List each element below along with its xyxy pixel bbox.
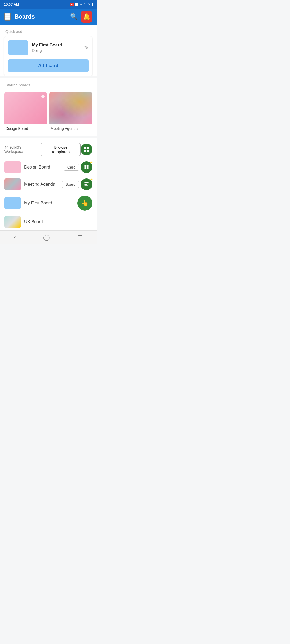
header-left: ☰ Boards	[4, 13, 35, 21]
board-list-right-myfirst: 👆	[77, 196, 92, 211]
starred-board-name-design: Design Board	[4, 124, 47, 132]
nav-home-button[interactable]: ◯	[39, 233, 54, 242]
bluetooth-icon: ✦	[80, 3, 82, 6]
board-list-name-myfirst: My First Board	[24, 201, 74, 206]
board-list-item-myfirst[interactable]: My First Board 👆	[0, 193, 97, 213]
board-icon	[84, 147, 89, 152]
svg-rect-10	[85, 185, 88, 186]
board-list-name-design: Design Board	[24, 165, 61, 170]
board-list-thumb-design	[4, 161, 21, 173]
starred-board-design[interactable]: Design Board	[4, 92, 47, 132]
section-divider-1	[0, 76, 97, 78]
nav-menu-button[interactable]: ☰	[73, 233, 87, 242]
board-list-item-design[interactable]: Design Board Card ★	[0, 159, 97, 176]
svg-rect-6	[85, 167, 86, 169]
battery-icon: ▮	[91, 3, 93, 6]
tag-board: Board	[62, 181, 79, 188]
notifications-button[interactable]: 🔔	[81, 11, 92, 23]
svg-rect-2	[84, 150, 86, 152]
quick-add-section: Quick add My First Board Doing ✎ Add car…	[0, 25, 97, 76]
quick-add-board-thumb	[8, 40, 28, 55]
quick-add-board-info: My First Board Doing	[32, 43, 80, 53]
edit-icon[interactable]: ✎	[84, 45, 89, 51]
section-divider-2	[0, 136, 97, 138]
bottom-nav: ‹ ◯ ☰	[0, 230, 97, 244]
board-list-thumb-meeting	[4, 178, 21, 190]
status-icons: ▶ ▮▮ ✦ ☾ ∿ ▮	[70, 3, 93, 6]
thumb-dot	[41, 95, 45, 98]
quick-add-list-name: Doing	[32, 48, 80, 53]
starred-boards-grid: Design Board Meeting Agenda	[0, 90, 97, 136]
status-bar: 10:07 AM ▶ ▮▮ ✦ ☾ ∿ ▮	[0, 0, 97, 9]
svg-rect-1	[87, 147, 89, 149]
wifi-icon: ∿	[88, 3, 90, 6]
quick-add-card: My First Board Doing ✎ Add card	[4, 36, 92, 76]
moon-icon: ☾	[84, 3, 86, 6]
svg-rect-8	[85, 182, 89, 183]
star-badge-meeting: ★	[90, 178, 93, 182]
quick-add-board-row: My First Board Doing ✎	[8, 40, 89, 55]
board-list-item-ux[interactable]: UX Board	[0, 213, 97, 230]
workspace-board-icon-button[interactable]	[81, 144, 92, 155]
tag-card: Card	[64, 164, 79, 171]
app-header: ☰ Boards 🔍 🔔	[0, 9, 97, 25]
board-list-name-ux: UX Board	[24, 219, 89, 224]
starred-board-meeting[interactable]: Meeting Agenda	[49, 92, 92, 132]
page-title: Boards	[15, 13, 35, 20]
status-time: 10:07 AM	[4, 2, 19, 6]
board-list-right-design: Card ★	[64, 161, 92, 173]
quick-add-label: Quick add	[0, 25, 97, 36]
menu-button[interactable]: ☰	[4, 13, 11, 21]
starred-boards-section: Starred boards Design Board Meeting Agen…	[0, 78, 97, 136]
svg-rect-4	[85, 165, 86, 167]
header-right: 🔍 🔔	[69, 11, 92, 23]
svg-rect-7	[87, 167, 89, 169]
svg-rect-3	[87, 150, 89, 152]
search-button[interactable]: 🔍	[69, 12, 78, 21]
svg-rect-0	[84, 147, 86, 149]
starred-board-thumb-meeting	[49, 92, 92, 124]
main-content: Quick add My First Board Doing ✎ Add car…	[0, 25, 97, 230]
board-view-icon-meeting	[84, 182, 89, 187]
quick-add-board-name: My First Board	[32, 43, 80, 47]
board-list-item-meeting[interactable]: Meeting Agenda Board ★	[0, 176, 97, 193]
screen-icon: ▮▮	[75, 3, 78, 6]
workspace-header: 44f9dbf6's Workspace Browse templates	[0, 139, 97, 159]
board-action-btn-design[interactable]: ★	[81, 161, 92, 173]
add-card-button[interactable]: Add card	[8, 59, 89, 72]
board-action-btn-meeting[interactable]: ★	[81, 178, 92, 190]
board-list-name-meeting: Meeting Agenda	[24, 182, 59, 187]
rec-icon: ▶	[70, 3, 74, 6]
starred-board-name-meeting: Meeting Agenda	[49, 124, 92, 132]
starred-board-thumb-design	[4, 92, 47, 124]
nav-back-button[interactable]: ‹	[9, 233, 20, 242]
starred-boards-label: Starred boards	[0, 78, 97, 90]
browse-templates-button[interactable]: Browse templates	[41, 143, 81, 156]
board-list-right-meeting: Board ★	[62, 178, 92, 190]
board-action-btn-myfirst[interactable]: 👆	[77, 196, 92, 211]
workspace-section: 44f9dbf6's Workspace Browse templates De…	[0, 139, 97, 230]
board-view-icon	[84, 164, 89, 170]
svg-rect-9	[85, 184, 87, 185]
star-badge-design: ★	[90, 161, 93, 164]
cursor-icon: 👆	[81, 200, 89, 207]
board-list-thumb-myfirst	[4, 197, 21, 209]
workspace-name: 44f9dbf6's Workspace	[4, 145, 41, 154]
svg-rect-5	[87, 165, 89, 167]
board-list-thumb-ux	[4, 216, 21, 228]
